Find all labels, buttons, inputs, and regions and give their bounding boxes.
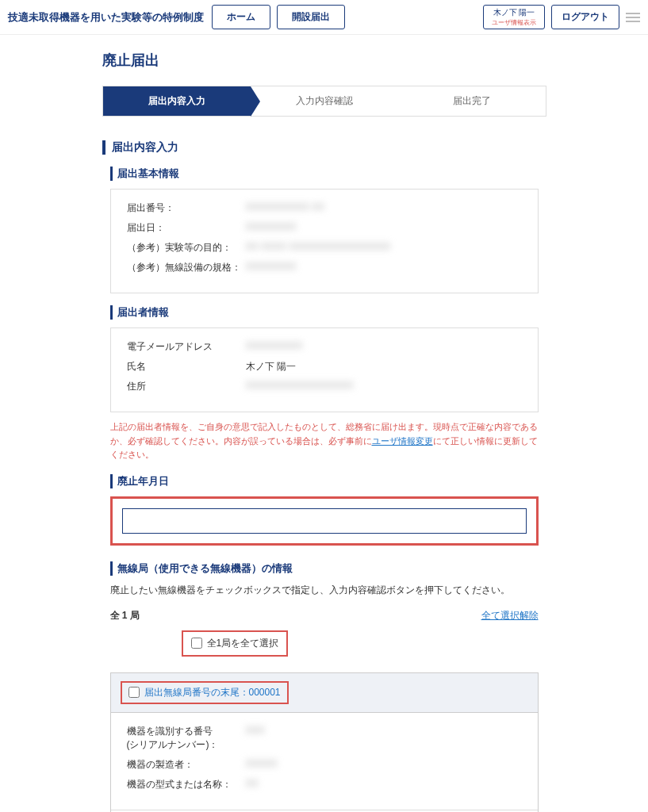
model-label: 機器の型式または名称： [127, 778, 246, 791]
address-label: 住所 [127, 380, 246, 393]
logout-button[interactable]: ログアウト [551, 5, 619, 29]
notice-text: 上記の届出者情報を、ご自身の意思で記入したものとして、総務省に届け出ます。現時点… [110, 420, 539, 462]
step-2-confirm: 入力内容確認 [251, 86, 398, 116]
email-label: 電子メールアドレス [127, 340, 246, 354]
date-label: 届出日： [127, 221, 246, 235]
number-value: XXXXXXXXXX XX [246, 201, 522, 215]
number-label: 届出番号： [127, 201, 246, 215]
date-value: XXXXXXXX [246, 221, 522, 235]
abolish-date-title: 廃止年月日 [110, 474, 546, 488]
clear-all-link[interactable]: 全て選択解除 [481, 609, 539, 622]
step-1-input: 届出内容入力 [103, 86, 251, 116]
select-all-frame: 全1局を全て選択 [182, 630, 289, 657]
standard-label: （参考）無線設備の規格： [127, 261, 246, 274]
abolish-date-input[interactable] [122, 508, 527, 534]
station-header: 届出無線局番号の末尾：000001 [111, 673, 538, 713]
email-value: XXXXXXXXX [246, 340, 522, 354]
purpose-value: XX XXXX XXXXXXXXXXXXXXXX [246, 241, 522, 255]
serial-value: XXX [246, 725, 522, 752]
applicant-box: 電子メールアドレス XXXXXXXXX 氏名 木ノ下 陽一 住所 XXXXXXX… [110, 327, 539, 412]
basic-info-box: 届出番号： XXXXXXXXXX XX 届出日： XXXXXXXX （参考）実験… [110, 189, 539, 293]
user-name: 木ノ下 陽一 [492, 7, 536, 18]
station-count: 全 1 局 [110, 609, 140, 622]
station-checkbox-label[interactable]: 届出無線局番号の末尾：000001 [128, 686, 281, 699]
section-title: 届出内容入力 [102, 140, 546, 155]
stepper: 届出内容入力 入力内容確認 届出完了 [102, 86, 546, 117]
station-info-title: 無線局（使用できる無線機器）の情報 [110, 561, 546, 576]
open-notification-button[interactable]: 開設届出 [277, 5, 345, 29]
station-box: 届出無線局番号の末尾：000001 機器を識別する番号 (シリアルナンバー)： … [110, 672, 539, 812]
basic-info-title: 届出基本情報 [110, 167, 546, 181]
user-info-label: ユーザ情報表示 [492, 18, 536, 27]
standard-value: XXXXXXXX [246, 261, 522, 274]
address-value: XXXXXXXXXXXXXXXXX [246, 380, 522, 393]
select-all-checkbox-label[interactable]: 全1局を全て選択 [191, 637, 279, 650]
station-checkbox[interactable] [128, 687, 140, 698]
maker-label: 機器の製造者： [127, 758, 246, 772]
app-title: 技適未取得機器を用いた実験等の特例制度 [8, 10, 204, 25]
header: 技適未取得機器を用いた実験等の特例制度 ホーム 開設届出 木ノ下 陽一 ユーザ情… [0, 0, 648, 35]
name-label: 氏名 [127, 360, 246, 373]
maker-value: XXXXX [246, 758, 522, 772]
applicant-title: 届出者情報 [110, 305, 546, 320]
select-all-text: 全1局を全て選択 [207, 637, 279, 650]
step-3-complete: 届出完了 [398, 86, 546, 116]
abolish-date-frame [110, 496, 539, 546]
hamburger-menu-icon[interactable] [626, 10, 640, 25]
page-title: 廃止届出 [102, 51, 546, 70]
user-info-change-link[interactable]: ユーザ情報変更 [372, 436, 433, 446]
purpose-label: （参考）実験等の目的： [127, 241, 246, 255]
serial-label: 機器を識別する番号 (シリアルナンバー)： [127, 725, 246, 752]
home-button[interactable]: ホーム [212, 5, 270, 29]
station-instruction: 廃止したい無線機器をチェックボックスで指定し、入力内容確認ボタンを押下してくださ… [110, 584, 539, 597]
model-value: XX [246, 778, 522, 791]
name-value: 木ノ下 陽一 [246, 360, 522, 373]
select-all-checkbox[interactable] [191, 638, 202, 649]
user-info-button[interactable]: 木ノ下 陽一 ユーザ情報表示 [483, 5, 545, 29]
station-header-text: 届出無線局番号の末尾：000001 [144, 686, 281, 699]
